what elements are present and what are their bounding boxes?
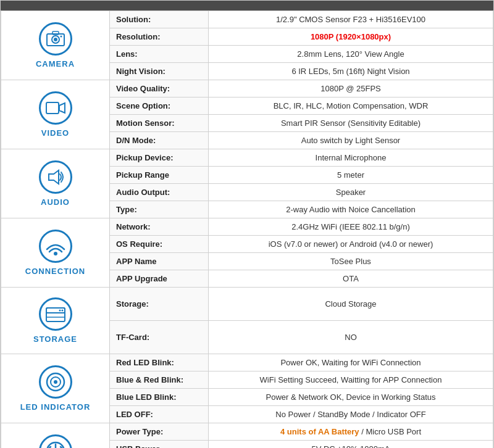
spec-label: Audio Output: bbox=[110, 184, 209, 201]
spec-table: CAMERA Solution:1/2.9" CMOS Sensor F23 +… bbox=[1, 10, 493, 448]
spec-value: 1080P (1920×1080px) bbox=[209, 28, 493, 46]
spec-label: Network: bbox=[110, 218, 209, 236]
spec-value: 5V DC ±10% 1000mA bbox=[209, 441, 493, 449]
spec-value: 5 meter bbox=[209, 167, 493, 184]
spec-value: 1080P @ 25FPS bbox=[209, 80, 493, 97]
spec-value: BLC, IR, HLC, Motion Compensation, WDR bbox=[209, 97, 493, 115]
spec-label: Solution: bbox=[110, 11, 209, 28]
spec-label: Scene Option: bbox=[110, 97, 209, 115]
highlight-value: 4 units of AA Battery bbox=[280, 427, 359, 436]
icon-cell-storage: STORAGE bbox=[1, 288, 110, 354]
spec-label: Pickup Device: bbox=[110, 149, 209, 167]
spec-value: 2.8mm Lens, 120° View Angle bbox=[209, 46, 493, 63]
video-icon bbox=[39, 91, 72, 125]
icon-cell-connection: CONNECTION bbox=[1, 218, 110, 288]
spec-value: Auto switch by Light Sensor bbox=[209, 132, 493, 149]
spec-label: Blue LED Blink: bbox=[110, 389, 209, 406]
spec-value: Power & Network OK, Device in Working St… bbox=[209, 389, 493, 406]
spec-value: OTA bbox=[209, 270, 493, 288]
icon-label-camera: CAMERA bbox=[36, 59, 75, 68]
svg-marker-6 bbox=[59, 103, 65, 113]
table-row: VIDEO Video Quality:1080P @ 25FPS bbox=[1, 80, 493, 97]
icon-cell-power: POWER bbox=[1, 423, 110, 449]
icon-cell-audio: AUDIO bbox=[1, 149, 110, 218]
spec-label: Motion Sensor: bbox=[110, 115, 209, 132]
spec-label: Red LED Blink: bbox=[110, 354, 209, 371]
connection-icon bbox=[39, 230, 72, 263]
spec-label: Storage: bbox=[110, 288, 209, 321]
svg-point-14 bbox=[59, 310, 61, 312]
svg-rect-5 bbox=[46, 102, 59, 114]
svg-point-17 bbox=[54, 380, 57, 384]
spec-value: NO bbox=[209, 321, 493, 354]
icon-cell-led: LED INDICATOR bbox=[1, 354, 110, 423]
spec-label: APP Upgrade bbox=[110, 270, 209, 288]
spec-label: Lens: bbox=[110, 46, 209, 63]
svg-point-4 bbox=[60, 36, 62, 38]
spec-label: APP Name bbox=[110, 253, 209, 270]
storage-icon bbox=[39, 297, 72, 331]
spec-value: ToSee Plus bbox=[209, 253, 493, 270]
icon-label-led: LED INDICATOR bbox=[20, 402, 91, 412]
spec-value: Speaker bbox=[209, 184, 493, 201]
spec-value: Smart PIR Sensor (Sensitivity Editable) bbox=[209, 115, 493, 132]
spec-header bbox=[1, 1, 493, 10]
spec-label: Pickup Range bbox=[110, 167, 209, 184]
svg-point-8 bbox=[54, 252, 57, 255]
svg-point-2 bbox=[54, 38, 57, 41]
table-row: AUDIO Pickup Device:Internal Microphone bbox=[1, 149, 493, 167]
spec-value: 6 IR LEDs, 5m (16ft) Night Vision bbox=[209, 63, 493, 80]
spec-label: Type: bbox=[110, 201, 209, 218]
table-row: CAMERA Solution:1/2.9" CMOS Sensor F23 +… bbox=[1, 11, 493, 28]
spec-label: Power Type: bbox=[110, 423, 209, 441]
icon-label-video: VIDEO bbox=[41, 128, 69, 138]
audio-icon bbox=[39, 160, 72, 194]
icon-cell-camera: CAMERA bbox=[1, 11, 110, 80]
spec-label: Blue & Red Blink: bbox=[110, 371, 209, 389]
table-row: STORAGE Storage:Cloud Storage bbox=[1, 288, 493, 321]
svg-marker-7 bbox=[49, 170, 59, 184]
normal-value: / Micro USB Port bbox=[359, 427, 421, 436]
spec-label: LED OFF: bbox=[110, 406, 209, 423]
spec-label: Video Quality: bbox=[110, 80, 209, 97]
camera-icon bbox=[39, 22, 72, 56]
spec-value: 2.4GHz WiFi (IEEE 802.11 b/g/n) bbox=[209, 218, 493, 236]
spec-value: 2-way Audio with Noice Cancellation bbox=[209, 201, 493, 218]
spec-value: Internal Microphone bbox=[209, 149, 493, 167]
spec-value: 1/2.9" CMOS Sensor F23 + Hi3516EV100 bbox=[209, 11, 493, 28]
spec-label: Night Vision: bbox=[110, 63, 209, 80]
table-row: LED INDICATOR Red LED Blink:Power OK, Wa… bbox=[1, 354, 493, 371]
spec-container: CAMERA Solution:1/2.9" CMOS Sensor F23 +… bbox=[0, 0, 494, 448]
spec-value: 4 units of AA Battery / Micro USB Port bbox=[209, 423, 493, 441]
spec-value: Cloud Storage bbox=[209, 288, 493, 321]
spec-label: D/N Mode: bbox=[110, 132, 209, 149]
spec-label: OS Require: bbox=[110, 236, 209, 253]
spec-label: Resolution: bbox=[110, 28, 209, 46]
power-icon bbox=[39, 434, 72, 448]
table-row: POWER Power Type:4 units of AA Battery /… bbox=[1, 423, 493, 441]
icon-label-storage: STORAGE bbox=[33, 334, 77, 344]
spec-value: No Power / StandBy Mode / Indicator OFF bbox=[209, 406, 493, 423]
spec-value: WiFi Setting Succeed, Waitting for APP C… bbox=[209, 371, 493, 389]
icon-cell-video: VIDEO bbox=[1, 80, 110, 149]
svg-rect-3 bbox=[52, 31, 59, 35]
spec-label: USB Power bbox=[110, 441, 209, 449]
icon-label-connection: CONNECTION bbox=[25, 267, 85, 276]
spec-value: Power OK, Waiting for WiFi Connection bbox=[209, 354, 493, 371]
highlight-value: 1080P (1920×1080px) bbox=[311, 32, 391, 41]
spec-label: TF-Card: bbox=[110, 321, 209, 354]
spec-value: iOS (v7.0 or newer) or Android (v4.0 or … bbox=[209, 236, 493, 253]
table-row: CONNECTION Network:2.4GHz WiFi (IEEE 802… bbox=[1, 218, 493, 236]
led-icon bbox=[39, 365, 72, 399]
svg-point-13 bbox=[61, 310, 63, 312]
icon-label-audio: AUDIO bbox=[41, 197, 70, 207]
